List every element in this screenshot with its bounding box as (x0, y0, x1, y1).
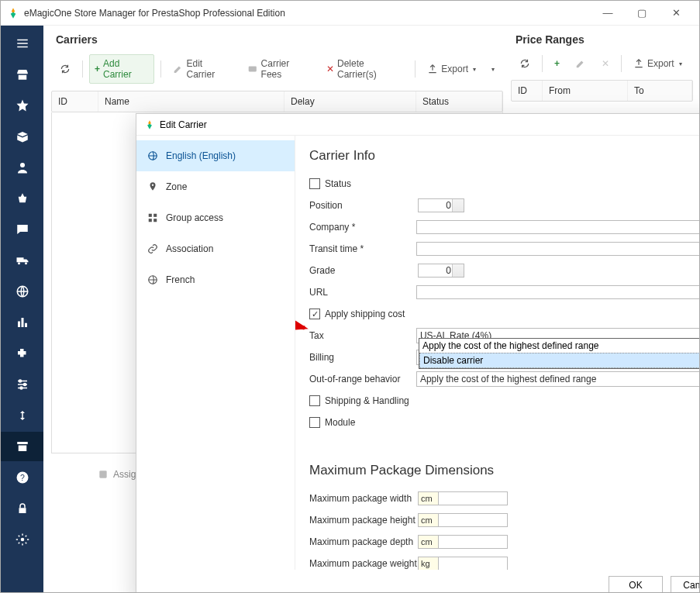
svg-point-5 (23, 384, 26, 386)
oor-option-2[interactable]: Disable carrier (419, 353, 700, 368)
sidebar-item-store[interactable] (1, 60, 43, 89)
truck-icon (16, 253, 29, 267)
max-weight-input[interactable] (438, 557, 508, 570)
assign-icon (98, 469, 109, 480)
pr-col-from[interactable]: From (543, 81, 628, 101)
module-checkbox[interactable] (309, 417, 320, 428)
carrier-fees-label: Carrier Fees (261, 58, 311, 80)
max-width-input[interactable] (438, 491, 508, 505)
col-id[interactable]: ID (52, 91, 98, 112)
window-minimize-button[interactable]: — (591, 2, 625, 25)
edit-carrier-label: Edit Carrier (186, 58, 232, 80)
pr-add-button[interactable]: + (549, 54, 565, 73)
transit-label: Transit time * (309, 243, 416, 254)
export-icon (427, 64, 438, 74)
sidebar-item-orders[interactable] (1, 184, 43, 213)
refresh-button[interactable] (54, 60, 76, 78)
apply-shipping-label: Apply shipping cost (325, 309, 405, 319)
oor-select[interactable]: Apply the cost of the highest defined ra… (416, 371, 700, 387)
sliders-icon (16, 378, 29, 391)
pr-col-to[interactable]: To (628, 81, 692, 101)
shipping-handling-checkbox[interactable] (309, 395, 320, 406)
sidebar-item-archive[interactable] (1, 432, 43, 461)
user-icon (16, 160, 29, 174)
dlg-nav-french[interactable]: French (136, 264, 295, 295)
svg-rect-15 (149, 214, 152, 217)
link-icon (147, 243, 158, 254)
assign-label: Assig (113, 469, 136, 480)
window-titlebar: eMagicOne Store Manager for PrestaShop P… (1, 1, 699, 26)
cancel-button[interactable]: Cancel (671, 576, 700, 593)
max-depth-input[interactable] (438, 535, 508, 549)
app-logo-icon (144, 119, 155, 130)
pr-table-header: ID From To (511, 80, 693, 102)
sidebar-item-catalog[interactable] (1, 122, 43, 151)
sidebar-item-modules[interactable] (1, 339, 43, 368)
sidebar-item-customers[interactable] (1, 153, 43, 182)
pin-icon (147, 181, 158, 192)
delete-carrier-button[interactable]: ✕Delete Carrier(s) (321, 54, 409, 84)
ok-button[interactable]: OK (609, 576, 663, 593)
module-label: Module (325, 417, 355, 428)
sidebar-item-shipping[interactable] (1, 246, 43, 275)
sidebar-item-messages[interactable] (1, 215, 43, 244)
url-input[interactable] (416, 285, 700, 299)
dlg-nav-zone[interactable]: Zone (136, 171, 295, 202)
dlg-nav-association[interactable]: Association (136, 233, 295, 264)
sidebar-item-favorites[interactable] (1, 91, 43, 120)
sidebar-item-security[interactable] (1, 494, 43, 523)
edit-carrier-button[interactable]: Edit Carrier (167, 54, 237, 84)
carrier-fees-button[interactable]: Carrier Fees (242, 54, 316, 84)
sidebar-item-settings[interactable] (1, 525, 43, 554)
col-delay[interactable]: Delay (284, 91, 416, 112)
chart-icon (16, 315, 29, 329)
grade-input[interactable]: 0▲▼ (418, 264, 464, 278)
col-status[interactable]: Status (416, 91, 502, 112)
svg-point-14 (152, 184, 153, 186)
assign-button[interactable]: Assig (98, 469, 136, 480)
pr-delete-button[interactable]: ✕ (596, 54, 615, 73)
company-label: Company * (309, 222, 416, 233)
pr-refresh-button[interactable] (514, 54, 536, 73)
dialog-footer: OK Cancel (136, 570, 700, 593)
toolbar-overflow-button[interactable]: ▾ (486, 62, 500, 77)
company-input[interactable] (416, 220, 700, 234)
pr-col-id[interactable]: ID (512, 81, 543, 101)
oor-option-1[interactable]: Apply the cost of the highest defined ra… (419, 339, 700, 353)
sidebar-item-localization[interactable] (1, 277, 43, 306)
apply-shipping-checkbox[interactable]: ✓ (309, 309, 320, 319)
window-close-button[interactable]: ✕ (659, 2, 693, 25)
sidebar-item-preferences[interactable] (1, 370, 43, 399)
refresh-icon (519, 58, 530, 69)
window-maximize-button[interactable]: ▢ (625, 2, 659, 25)
pr-export-button[interactable]: Export▾ (628, 54, 688, 73)
status-checkbox[interactable] (309, 178, 320, 189)
carriers-heading: Carriers (56, 33, 503, 46)
sync-icon (16, 409, 29, 422)
add-carrier-button[interactable]: +Add Carrier (89, 54, 154, 84)
sidebar-item-sync[interactable] (1, 401, 43, 430)
dlg-nav-french-label: French (166, 274, 195, 285)
dialog-sidebar: English (English) Zone Group access Asso… (136, 136, 295, 570)
position-input[interactable]: 0▲▼ (418, 198, 464, 212)
dlg-nav-group-label: Group access (166, 212, 223, 223)
dialog-main: Carrier Info Status Position0▲▼ Company … (295, 136, 700, 570)
sidebar-item-stats[interactable] (1, 308, 43, 337)
max-height-input[interactable] (438, 513, 508, 527)
col-name[interactable]: Name (98, 91, 284, 112)
dlg-nav-english[interactable]: English (English) (136, 140, 295, 171)
sidebar-item-help[interactable]: ? (1, 463, 43, 492)
sidebar-menu-button[interactable] (1, 29, 43, 58)
grade-label: Grade (309, 265, 418, 276)
storefront-icon (16, 67, 29, 81)
dlg-nav-group[interactable]: Group access (136, 202, 295, 233)
transit-input[interactable] (416, 242, 700, 256)
window-title: eMagicOne Store Manager for PrestaShop P… (24, 8, 285, 19)
priceranges-toolbar: + ✕ Export▾ (511, 52, 693, 75)
puzzle-icon (16, 346, 29, 360)
pr-edit-button[interactable] (570, 54, 591, 73)
width-unit: cm (418, 491, 438, 505)
export-carriers-button[interactable]: Export▾ (422, 60, 481, 78)
svg-text:?: ? (20, 473, 25, 482)
dlg-nav-assoc-label: Association (166, 243, 213, 254)
